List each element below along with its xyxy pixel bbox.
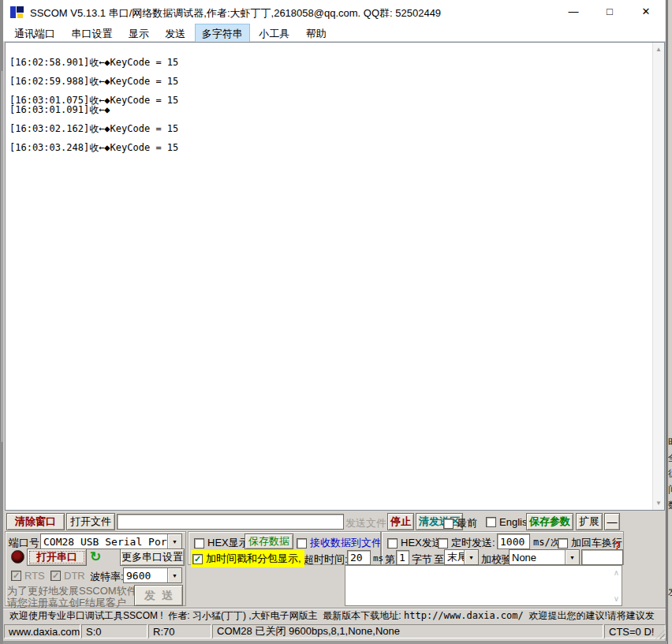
send-button[interactable]: 发 送 [134,585,183,606]
menu-port-settings[interactable]: 串口设置 [65,24,118,43]
port-select[interactable]: COM28 USB Serial Port ▼ [40,534,182,549]
promo-line2: 请您注册嘉立创F结尾客户 [7,597,137,608]
checkbox-box[interactable]: ✓ [192,554,203,564]
checkbox-box[interactable] [387,538,398,549]
info-text: 欢迎使用专业串口调试工具SSCOM ! 作者: 习小猛(丁丁) ,大虾电子网版主… [9,609,404,623]
file-path-input[interactable] [117,514,344,530]
status-recv-count: R:70 [148,624,211,638]
check-icon: ✓ [13,571,20,581]
scroll-down-icon[interactable]: ▼ [653,497,664,509]
timed-send-checkbox[interactable]: 定时发送: [438,536,495,550]
checksum-value: None [510,550,565,564]
clipped-text-fragment: 发 [668,586,672,597]
receive-log: [16:02:58.901]收←◆KeyCode = 15 [16:02:59.… [5,42,665,511]
status-bar: www.daxia.com S:0 R:70 COM28 已关闭 9600bps… [3,623,666,640]
dtr-label: DTR [64,570,85,582]
menubar: 通讯端口 串口设置 显示 发送 多字符串 小工具 帮助 [3,24,666,42]
menu-display[interactable]: 显示 [122,24,155,43]
checksum-select[interactable]: None ▼ [509,549,580,565]
scroll-up-icon[interactable]: ∧ [614,568,619,577]
status-sent-count: S:0 [81,624,147,638]
save-data-button[interactable]: 保存数据 [245,534,293,549]
checkbox-box[interactable]: ✓ [50,571,61,581]
scroll-down-icon[interactable]: ∨ [614,594,619,603]
extend-button[interactable]: 扩展 [576,513,603,530]
checkbox-box[interactable] [297,538,307,549]
send-text-area[interactable]: ∧ ∨ [345,565,622,606]
app-icon [10,6,24,19]
hex-send-checkbox[interactable]: HEX发送 [387,536,442,550]
hex-display-label: HEX显示 [207,536,249,550]
titlebar: SSCOM V5.13.1 串口/网络数据调试器,作者:大虾丁丁,2618058… [3,0,666,24]
port-status-led-icon [11,550,24,564]
log-line: [16:02:58.901]收←◆KeyCode = 15 [6,58,664,67]
topmost-checkbox[interactable]: 最前 [443,516,477,530]
rts-checkbox[interactable]: ✓ RTS [11,570,45,582]
minimize-button[interactable]: — [562,3,585,21]
checkbox-box[interactable]: ✓ [11,571,21,581]
check-icon: ✓ [194,554,201,564]
recv-to-file-label: 接收数据到文件 [310,536,382,550]
info-bar: 欢迎使用专业串口调试工具SSCOM ! 作者: 习小猛(丁丁) ,大虾电子网版主… [3,608,666,623]
log-line: [16:03:03.248]收←◆KeyCode = 15 [6,143,664,152]
maximize-button[interactable]: □ [598,3,622,21]
save-params-button[interactable]: 保存参数 [526,513,573,530]
menu-help[interactable]: 帮助 [300,24,333,43]
chevron-down-icon[interactable]: ▼ [167,568,181,582]
timestamp-packet-label: 加时间戳和分包显示, [206,552,301,566]
download-url: http://www.daxia.com/ [404,610,524,621]
byte-from-input[interactable]: 1 [396,550,409,565]
hex-display-checkbox[interactable]: HEX显示 [194,536,249,550]
close-button[interactable]: ✕ [634,3,658,21]
status-port-state: COM28 已关闭 9600bps,8,1,None,None [212,624,603,638]
menu-comm-port[interactable]: 通讯端口 [8,24,62,43]
chevron-down-icon[interactable]: ▼ [167,534,181,549]
open-file-button[interactable]: 打开文件 [66,513,115,530]
timeout-label: 超时时间: [304,552,348,567]
window-title: SSCOM V5.13.1 串口/网络数据调试器,作者:大虾丁丁,2618058… [30,6,441,21]
menu-tools[interactable]: 小工具 [252,24,296,43]
chevron-down-icon[interactable]: ▼ [464,550,478,564]
baud-select[interactable]: 9600 ▼ [123,567,182,583]
clear-window-button[interactable]: 清除窗口 [6,513,65,530]
status-website: www.daxia.com [4,624,80,638]
send-file-button[interactable]: 发送文件 [345,516,386,530]
open-port-button[interactable]: 打开串口 [27,549,87,566]
baud-value: 9600 [124,568,167,582]
checkbox-box[interactable] [558,538,568,549]
stop-button[interactable]: 停止 [387,513,414,530]
port-value: COM28 USB Serial Port [41,534,167,549]
menu-multi-strings[interactable]: 多字符串 [196,24,249,43]
log-line: [16:03:02.162]收←◆KeyCode = 15 [6,124,664,133]
collapse-button[interactable]: — [604,513,620,530]
scroll-up-icon[interactable]: ▲ [653,43,664,55]
menu-send[interactable]: 发送 [159,24,192,43]
interval-unit-label: ms/次 [533,536,560,549]
checkbox-box[interactable] [443,519,454,529]
refresh-ports-icon[interactable]: ↻ [90,549,101,565]
clipped-text-fragment: 数 [668,499,672,510]
info-text2: 欢迎提出您的建议!请将建议发 [524,609,655,623]
screen: 时 全 循 间 数 发 SSCOM V5.13.1 串口/网络数据调试器,作者:… [0,0,672,644]
promo-text: 为了更好地发展SSCOM软件 请您注册嘉立创F结尾客户 [7,585,137,608]
dtr-checkbox[interactable]: ✓ DTR [50,570,85,582]
extra-field[interactable] [581,549,623,565]
baud-label: 波特率: [90,570,124,584]
more-port-settings-button[interactable]: 更多串口设置 [120,549,185,566]
timeout-input[interactable]: 20 [347,550,371,565]
interval-input[interactable]: 1000 [497,534,530,549]
clipped-text-fragment: 循 [668,467,672,478]
log-line: [16:03:01.091]收←◆ [6,105,664,114]
chevron-down-icon[interactable]: ▼ [565,550,579,564]
checkbox-box[interactable] [486,517,496,527]
clipped-text-fragment: 间 [668,483,672,494]
clipped-text-fragment: 时 [668,436,672,447]
terminal-scrollbar[interactable]: ▲ ▼ [652,43,664,510]
byte-to-select[interactable]: 末尾 ▼ [444,549,479,565]
checkbox-box[interactable] [194,538,204,549]
byte-to-value: 末尾 [445,550,464,564]
add-crlf-checkbox[interactable]: 加回车换行 [558,536,622,550]
checkbox-box[interactable] [438,538,448,549]
recv-to-file-checkbox[interactable]: 接收数据到文件 [297,536,382,550]
timestamp-packet-checkbox[interactable]: ✓ 加时间戳和分包显示, [191,550,304,567]
